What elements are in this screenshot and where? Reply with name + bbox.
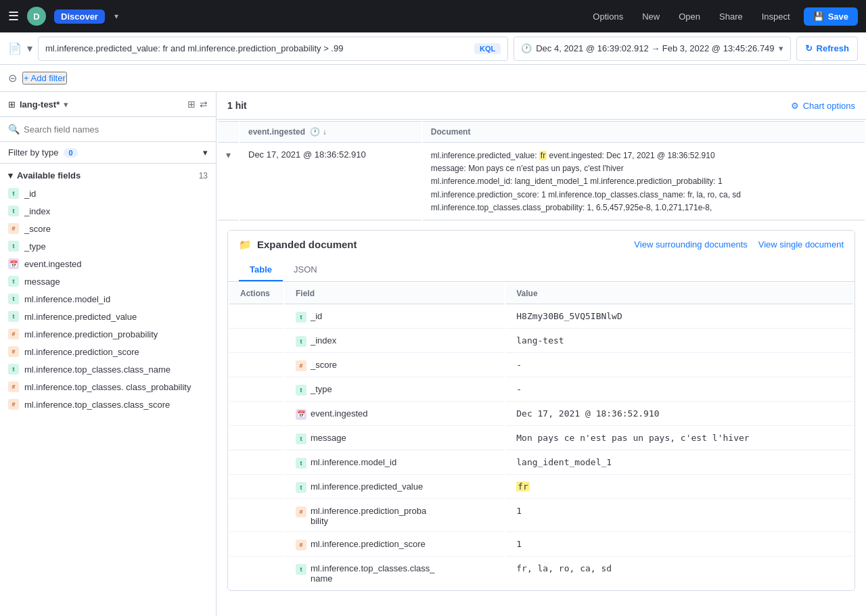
list-item[interactable]: #ml.inference.top_classes.class_score [0,396,216,413]
actions-cell [229,427,283,450]
actions-cell [229,403,283,426]
table-row: t_idH8Zmy30B6_5VQ5IBNlwD [229,306,853,329]
grid-icon[interactable]: ⊞ [187,99,196,110]
table-row: t_type- [229,379,853,402]
chevron-down-icon[interactable]: ▾ [114,11,118,21]
field-type-icon: t [296,458,306,469]
field-type-icon: 📅 [8,258,19,269]
options-button[interactable]: Options [587,9,629,24]
inspect-button[interactable]: Inspect [756,9,796,24]
add-filter-button[interactable]: + Add filter [22,72,67,85]
chart-options-button[interactable]: ⚙ Chart options [791,101,855,111]
search-input[interactable] [24,124,208,135]
field-name-label: event.ingested [24,259,82,269]
save-button[interactable]: 💾 Save [804,7,858,26]
field-type-icon: t [8,311,19,322]
tab-json[interactable]: JSON [283,259,328,281]
list-item[interactable]: t_id [0,185,216,202]
tab-table[interactable]: Table [239,259,283,281]
field-name-label: ml.inference.prediction_score [24,347,139,357]
field-name-label: ml.inference.prediction_score [311,539,426,549]
field-name-label: message [24,277,60,287]
actions-cell [229,534,283,556]
list-item[interactable]: t_type [0,237,216,255]
refresh-button[interactable]: ↻ Refresh [796,37,858,61]
list-item[interactable]: t_index [0,202,216,220]
field-name-label: ml.inference.predicted_value [311,481,423,492]
field-type-icon: t [8,364,19,375]
list-item[interactable]: tml.inference.model_id [0,290,216,308]
table-row: tml.inference.predicted_valuefr [229,476,853,499]
search-icon: 🔍 [8,124,20,135]
field-name-label: _id [24,189,36,199]
field-type-icon: # [8,329,19,339]
field-type-icon: t [296,336,306,347]
timestamp-cell: Dec 17, 2021 @ 18:36:52.910 [240,144,421,220]
field-search-bar[interactable]: 🔍 [0,117,216,142]
actions-cell [229,558,283,589]
expanded-table: Actions Field Value t_idH8Zmy30B6_5VQ5IB… [228,282,854,590]
results-table: event.ingested 🕐 ↓ Document ▾ Dec 17, 20… [216,120,866,222]
field-cell: t_type [285,379,504,402]
query-input[interactable]: ml.inference.predicted_value: fr and ml.… [38,37,508,61]
open-button[interactable]: Open [673,9,706,24]
field-type-icon: t [8,188,19,199]
list-item[interactable]: 📅event.ingested [0,255,216,273]
list-item[interactable]: tmessage [0,273,216,290]
field-type-icon: t [296,564,306,575]
folder-icon: 📁 [239,239,252,251]
table-row: tmessageMon pays ce n'est pas un pays, c… [229,427,853,450]
filter-by-type[interactable]: Filter by type 0 ▾ [0,142,216,164]
filter-count-badge: 0 [64,148,77,158]
time-range-selector[interactable]: 🕐 Dec 4, 2021 @ 16:39:02.912 → Feb 3, 20… [514,37,790,61]
index-selector[interactable]: ⊞ lang-test* ▾ ⊞ ⇄ [0,92,216,117]
arrow-icon[interactable]: ⇄ [200,99,208,110]
expand-row-button[interactable]: ▾ [226,149,231,160]
col-event-ingested: event.ingested 🕐 ↓ [240,121,421,143]
index-icon: ⊞ [8,99,16,110]
view-single-link[interactable]: View single document [758,239,844,250]
share-button[interactable]: Share [714,9,748,24]
field-type-icon: t [296,482,306,493]
query-dropdown-icon[interactable]: ▾ [27,42,32,55]
field-cell: tml.inference.model_id [285,452,504,475]
field-name-label: event.ingested [311,408,368,419]
field-cell: #ml.inference.prediction_proba bility [285,500,504,532]
field-name-label: _index [311,335,336,346]
avatar: D [27,7,46,26]
list-item[interactable]: #_score [0,220,216,237]
actions-cell [229,354,283,377]
actions-cell [229,476,283,499]
list-item[interactable]: tml.inference.predicted_value [0,308,216,325]
field-name-label: _type [311,384,332,394]
table-row: tml.inference.top_classes.class_ namefr,… [229,558,853,589]
field-name-label: _score [311,360,337,370]
field-name-label: message [311,433,346,443]
chevron-down-icon: ▾ [8,170,13,181]
available-fields-header[interactable]: ▾ Available fields 13 [0,164,216,185]
field-type-icon: # [8,223,19,234]
field-name-label: ml.inference.predicted_value [24,312,137,322]
chevron-down-icon: ▾ [779,43,783,53]
new-button[interactable]: New [637,9,665,24]
document-cell: ml.inference.predicted_value: fr event.i… [423,144,865,220]
query-icon: 📄 [8,42,22,55]
refresh-icon: ↻ [805,43,813,53]
field-name-label: ml.inference.prediction_proba bility [311,506,426,526]
field-cell: 📅event.ingested [285,403,504,426]
actions-cell [229,500,283,532]
field-type-icon: # [296,360,306,371]
list-item[interactable]: #ml.inference.top_classes. class_probabi… [0,378,216,396]
table-row: 📅event.ingestedDec 17, 2021 @ 18:36:52.9… [229,403,853,426]
list-item[interactable]: tml.inference.top_classes.class_name [0,360,216,378]
list-item[interactable]: #ml.inference.prediction_probability [0,325,216,343]
field-type-icon: t [8,293,19,304]
app-name[interactable]: Discover [54,9,105,24]
value-cell: 1 [505,534,853,556]
hamburger-menu[interactable]: ☰ [8,9,19,24]
field-name-label: ml.inference.top_classes.class_score [24,400,170,410]
table-row: tml.inference.model_idlang_ident_model_1 [229,452,853,475]
list-item[interactable]: #ml.inference.prediction_score [0,343,216,360]
view-surrounding-link[interactable]: View surrounding documents [634,239,747,250]
col-actions: Actions [229,283,283,304]
